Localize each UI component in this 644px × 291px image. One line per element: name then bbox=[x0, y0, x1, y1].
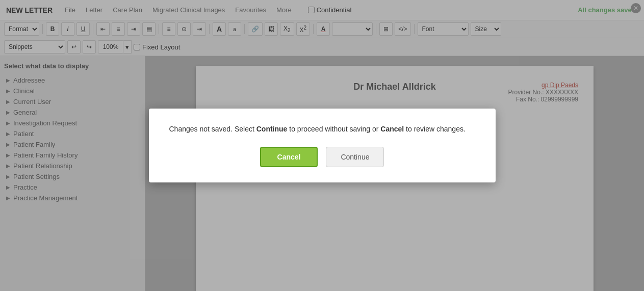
modal-continue-button[interactable]: Continue bbox=[326, 147, 384, 167]
modal-buttons: Cancel Continue bbox=[169, 147, 475, 167]
modal-message: Changes not saved. Select Continue to pr… bbox=[169, 124, 475, 135]
confirmation-modal: Changes not saved. Select Continue to pr… bbox=[149, 109, 496, 182]
modal-cancel-emphasis: Cancel bbox=[380, 125, 404, 133]
modal-overlay: Changes not saved. Select Continue to pr… bbox=[0, 0, 644, 291]
modal-continue-emphasis: Continue bbox=[256, 125, 288, 133]
modal-cancel-button[interactable]: Cancel bbox=[260, 147, 318, 167]
